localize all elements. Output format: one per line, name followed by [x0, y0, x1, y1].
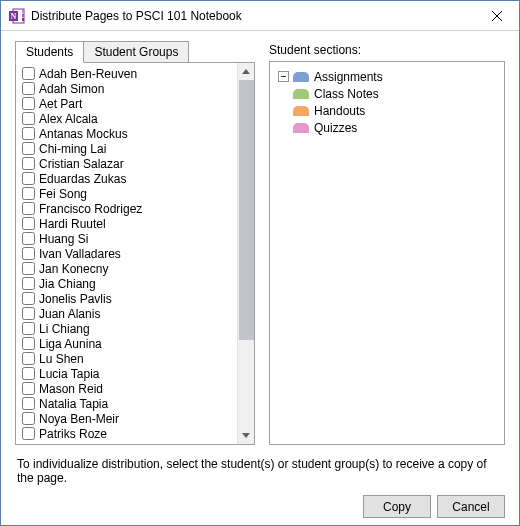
student-row[interactable]: Juan Alanis	[22, 306, 237, 321]
section-tab-icon	[293, 72, 309, 82]
student-row[interactable]: Adah Ben-Reuven	[22, 66, 237, 81]
student-checkbox[interactable]	[22, 82, 35, 95]
student-row[interactable]: Patriks Roze	[22, 426, 237, 441]
student-row[interactable]: Hardi Ruutel	[22, 216, 237, 231]
student-checkbox[interactable]	[22, 337, 35, 350]
sections-label: Student sections:	[269, 43, 505, 57]
section-row[interactable]: Assignments	[293, 68, 383, 85]
student-row[interactable]: Chi-ming Lai	[22, 141, 237, 156]
student-checkbox[interactable]	[22, 112, 35, 125]
student-checkbox[interactable]	[22, 142, 35, 155]
student-name: Chi-ming Lai	[39, 142, 106, 156]
right-column: Student sections: AssignmentsClass Notes…	[269, 41, 505, 445]
cancel-button[interactable]: Cancel	[437, 495, 505, 518]
student-checkbox[interactable]	[22, 97, 35, 110]
student-row[interactable]: Huang Si	[22, 231, 237, 246]
student-name: Patriks Roze	[39, 427, 107, 441]
student-checkbox[interactable]	[22, 127, 35, 140]
student-checkbox[interactable]	[22, 367, 35, 380]
student-row[interactable]: Li Chiang	[22, 321, 237, 336]
student-row[interactable]: Fei Song	[22, 186, 237, 201]
student-row[interactable]: Cristian Salazar	[22, 156, 237, 171]
dialog-title: Distribute Pages to PSCI 101 Notebook	[31, 9, 474, 23]
student-row[interactable]: Jonelis Pavlis	[22, 291, 237, 306]
chevron-down-icon	[242, 433, 250, 438]
student-checkbox[interactable]	[22, 232, 35, 245]
student-name: Alex Alcala	[39, 112, 98, 126]
student-row[interactable]: Antanas Mockus	[22, 126, 237, 141]
student-row[interactable]: Francisco Rodrigez	[22, 201, 237, 216]
student-checkbox[interactable]	[22, 187, 35, 200]
student-checkbox[interactable]	[22, 307, 35, 320]
svg-rect-3	[22, 18, 24, 21]
student-checkbox[interactable]	[22, 202, 35, 215]
close-button[interactable]	[474, 1, 519, 31]
section-name: Assignments	[314, 70, 383, 84]
student-name: Aet Part	[39, 97, 82, 111]
student-name: Huang Si	[39, 232, 88, 246]
svg-rect-2	[22, 14, 24, 17]
student-name: Jan Konecny	[39, 262, 108, 276]
student-checkbox[interactable]	[22, 427, 35, 440]
student-row[interactable]: Aet Part	[22, 96, 237, 111]
scroll-thumb[interactable]	[239, 80, 254, 340]
scroll-up-button[interactable]	[238, 63, 255, 80]
scroll-down-button[interactable]	[238, 427, 255, 444]
student-row[interactable]: Lu Shen	[22, 351, 237, 366]
student-row[interactable]: Jan Konecny	[22, 261, 237, 276]
section-name: Handouts	[314, 104, 365, 118]
scrollbar-vertical[interactable]	[237, 63, 254, 444]
student-name: Lucia Tapia	[39, 367, 100, 381]
svg-marker-9	[242, 433, 250, 438]
section-row[interactable]: Handouts	[293, 102, 383, 119]
student-row[interactable]: Eduardas Zukas	[22, 171, 237, 186]
section-name: Quizzes	[314, 121, 357, 135]
section-row[interactable]: Quizzes	[293, 119, 383, 136]
student-list: Adah Ben-ReuvenAdah SimonAet PartAlex Al…	[16, 63, 237, 444]
student-checkbox[interactable]	[22, 277, 35, 290]
copy-button[interactable]: Copy	[363, 495, 431, 518]
section-tab-icon	[293, 123, 309, 133]
student-checkbox[interactable]	[22, 67, 35, 80]
student-row[interactable]: Lucia Tapia	[22, 366, 237, 381]
student-row[interactable]: Jia Chiang	[22, 276, 237, 291]
scroll-track[interactable]	[238, 80, 255, 427]
dialog-window: N Distribute Pages to PSCI 101 Notebook …	[0, 0, 520, 526]
sections-pane: AssignmentsClass NotesHandoutsQuizzes	[269, 61, 505, 445]
tab-students[interactable]: Students	[15, 41, 84, 63]
section-row[interactable]: Class Notes	[293, 85, 383, 102]
student-row[interactable]: Alex Alcala	[22, 111, 237, 126]
student-list-pane: Adah Ben-ReuvenAdah SimonAet PartAlex Al…	[15, 62, 255, 445]
onenote-icon: N	[9, 8, 25, 24]
student-row[interactable]: Adah Simon	[22, 81, 237, 96]
student-name: Adah Ben-Reuven	[39, 67, 137, 81]
student-row[interactable]: Ivan Valladares	[22, 246, 237, 261]
student-name: Jonelis Pavlis	[39, 292, 112, 306]
student-checkbox[interactable]	[22, 412, 35, 425]
button-row: Copy Cancel	[15, 495, 505, 526]
student-row[interactable]: Mason Reid	[22, 381, 237, 396]
sections-list: AssignmentsClass NotesHandoutsQuizzes	[293, 68, 383, 136]
section-name: Class Notes	[314, 87, 379, 101]
student-checkbox[interactable]	[22, 247, 35, 260]
student-checkbox[interactable]	[22, 157, 35, 170]
student-name: Eduardas Zukas	[39, 172, 126, 186]
student-row[interactable]: Natalia Tapia	[22, 396, 237, 411]
student-checkbox[interactable]	[22, 172, 35, 185]
hint-text: To individualize distribution, select th…	[15, 445, 505, 495]
student-checkbox[interactable]	[22, 292, 35, 305]
student-checkbox[interactable]	[22, 382, 35, 395]
student-row[interactable]: Liga Aunina	[22, 336, 237, 351]
student-name: Adah Simon	[39, 82, 104, 96]
section-tab-icon	[293, 89, 309, 99]
student-row[interactable]: Noya Ben-Meir	[22, 411, 237, 426]
dialog-content: Students Student Groups Adah Ben-ReuvenA…	[1, 31, 519, 526]
tree-collapse-button[interactable]	[278, 71, 289, 82]
student-checkbox[interactable]	[22, 322, 35, 335]
student-checkbox[interactable]	[22, 397, 35, 410]
student-checkbox[interactable]	[22, 217, 35, 230]
student-name: Liga Aunina	[39, 337, 102, 351]
tab-student-groups[interactable]: Student Groups	[83, 41, 189, 63]
student-checkbox[interactable]	[22, 352, 35, 365]
student-checkbox[interactable]	[22, 262, 35, 275]
